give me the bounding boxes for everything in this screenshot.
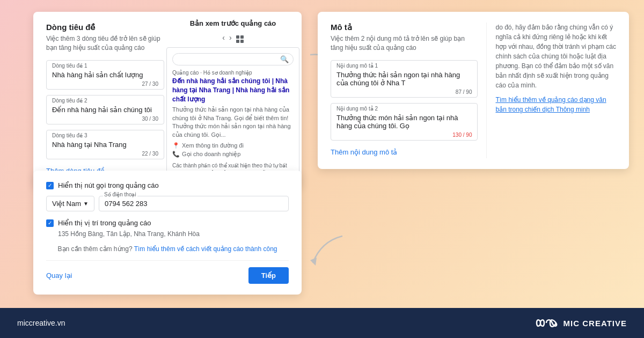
help-row: Bạn cần thêm cảm hứng? Tìm hiểu thêm về … [46, 245, 289, 253]
preview-search-bar: 🔍 [172, 53, 294, 65]
card-contact: Hiển thị nút gọi trong quảng cáo Việt Na… [33, 171, 302, 295]
main-area: Dòng tiêu đề Việc thêm 3 dòng tiêu đề tr… [0, 0, 644, 308]
card-description: Mô tả Việc thêm 2 nội dung mô tả trở lên… [318, 12, 629, 169]
desc-field-1-label: Nội dung mô tả 1 [336, 63, 472, 69]
phone-label: Số điện thoại [103, 192, 137, 197]
card-footer: Quay lại Tiếp [46, 260, 289, 284]
show-call-row: Hiển thị nút gọi trong quảng cáo [46, 181, 289, 189]
headline-field-1: Dòng tiêu đề 1 Nhà hàng hải sản chất lượ… [46, 60, 164, 90]
help-link[interactable]: Tìm hiểu thêm về cách viết quảng cáo thà… [134, 245, 277, 253]
headlines-desc: Việc thêm 3 dòng tiêu đề trở lên sẽ giúp… [46, 34, 164, 53]
desc-subtitle: Việc thêm 2 nội dung mô tả trở lên sẽ gi… [331, 34, 478, 53]
headline-field-3-value[interactable]: Nhà hàng tại Nha Trang [52, 139, 158, 150]
search-icon: 🔍 [280, 55, 289, 63]
phone-input-wrapper: Số điện thoại 0794 562 283 [99, 196, 289, 211]
preview-ad-label: Quảng cáo · Hồ sơ doanh nghiệp [172, 70, 294, 76]
show-location-checkbox[interactable] [46, 219, 54, 227]
preview-next-button[interactable]: › [229, 33, 232, 42]
preview-nav: ‹ › [166, 32, 299, 43]
headline-field-3: Dòng tiêu đề 3 Nhà hàng tại Nha Trang 22… [46, 130, 164, 159]
desc-field-2-value[interactable]: Thưởng thức món hải sản ngon tại nhà hàn… [336, 113, 472, 131]
preview-title: Bản xem trước quảng cáo [166, 19, 299, 27]
headline-field-1-counter: 27 / 30 [52, 81, 158, 87]
desc-field-2: Nội dung mô tả 2 Thưởng thức món hải sản… [331, 103, 478, 141]
desc-field-1-counter: 87 / 90 [336, 89, 472, 95]
preview-action-2: 📞 Gọi cho doanh nghiệp [172, 151, 294, 158]
preview-prev-button[interactable]: ‹ [222, 33, 225, 42]
preview-action-1: 📍 Xem thông tin đường đi [172, 142, 294, 149]
desc-field-1: Nội dung mô tả 1 Thưởng thức hải sản ngo… [331, 60, 478, 98]
preview-ad-desc: Thưởng thức hải sản ngon tại nhà hàng củ… [172, 106, 294, 139]
svg-marker-1 [310, 258, 317, 266]
headline-field-1-label: Dòng tiêu đề 1 [52, 63, 158, 69]
desc-right-text: do đó, hãy đảm bảo rằng chúng vẫn có ý n… [495, 23, 616, 90]
brand-area: MIC CREATIVE [535, 316, 627, 330]
headline-field-3-label: Dòng tiêu đề 3 [52, 133, 158, 138]
phone-input[interactable]: 0794 562 283 [99, 196, 289, 211]
location-text: 135 Hồng Bàng, Tân Lập, Nha Trang, Khánh… [58, 230, 289, 238]
desc-field-2-label: Nội dung mô tả 2 [336, 106, 472, 112]
next-button[interactable]: Tiếp [248, 267, 289, 284]
phone-row: Việt Nam ▼ Số điện thoại 0794 562 283 [46, 196, 289, 211]
phone-icon: 📞 [172, 151, 180, 158]
headlines-title: Dòng tiêu đề [46, 23, 164, 32]
preview-grid-button[interactable] [236, 32, 244, 43]
headline-field-2: Dòng tiêu đề 2 Đến nhà hàng hải sản chún… [46, 95, 164, 124]
desc-field-2-counter: 130 / 90 [336, 132, 472, 138]
website-label: miccreative.vn [17, 319, 65, 327]
headline-field-2-value[interactable]: Đến nhà hàng hải sản chúng tôi [52, 105, 158, 115]
country-value: Việt Nam [52, 200, 81, 208]
location-icon: 📍 [172, 142, 180, 149]
back-button[interactable]: Quay lại [46, 271, 72, 280]
desc-link[interactable]: Tìm hiểu thêm về quảng cáo dạng văn bản … [495, 96, 606, 113]
headline-field-1-value[interactable]: Nhà hàng hải sản chất lượng [52, 70, 158, 80]
preview-box: 🔍 Quảng cáo · Hồ sơ doanh nghiệp Đến nhà… [166, 47, 299, 190]
grid-icon [236, 35, 244, 43]
help-text: Bạn cần thêm cảm hứng? [58, 245, 133, 253]
preview-section: Bản xem trước quảng cáo ‹ › 🔍 Quảng cáo … [166, 19, 299, 190]
desc-field-1-value[interactable]: Thưởng thức hải sản ngon tại nhà hàng củ… [336, 70, 472, 88]
arrow-left [305, 231, 348, 268]
headline-field-2-label: Dòng tiêu đề 2 [52, 98, 158, 104]
add-desc-button[interactable]: Thêm nội dung mô tả [331, 146, 397, 158]
show-location-row: Hiển thị vị trí trong quảng cáo [46, 219, 289, 227]
show-call-checkbox[interactable] [46, 182, 54, 189]
desc-title: Mô tả [331, 23, 478, 32]
brand-label: MIC CREATIVE [564, 319, 627, 328]
preview-ad-title: Đến nhà hàng hải sản chúng tôi | Nhà hàn… [172, 77, 294, 104]
chevron-down-icon: ▼ [83, 201, 89, 207]
card-headlines: Dòng tiêu đề Việc thêm 3 dòng tiêu đề tr… [33, 12, 302, 188]
show-location-label: Hiển thị vị trí trong quảng cáo [58, 219, 151, 227]
country-select[interactable]: Việt Nam ▼ [46, 196, 94, 211]
headline-field-3-counter: 22 / 30 [52, 151, 158, 157]
show-call-label: Hiển thị nút gọi trong quảng cáo [58, 181, 159, 189]
brand-logo-icon [535, 316, 558, 330]
headline-field-2-counter: 30 / 30 [52, 116, 158, 122]
bottom-bar: miccreative.vn MIC CREATIVE [0, 308, 644, 338]
